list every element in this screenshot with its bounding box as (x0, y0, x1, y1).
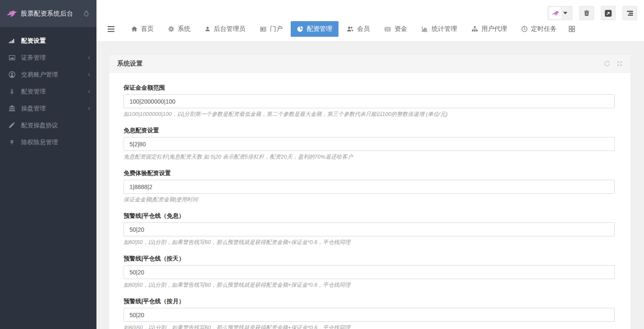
field-help: 免息配资固定杠杆|免息配资天数 如 5|20 表示配资5倍杠杆，配资20天，盈利… (124, 154, 615, 160)
nav-tab-funds[interactable]: 资金 (378, 21, 413, 37)
nav-tab-portal[interactable]: 门户 (253, 21, 289, 37)
apps-grid-icon (569, 26, 575, 32)
sidebar-item-label: 配资操盘协议 (21, 121, 58, 129)
card-title: 系统设置 (117, 60, 143, 68)
user-circle-icon (8, 71, 16, 78)
members-icon (347, 26, 354, 32)
sidebar-item-label: 配资设置 (21, 37, 46, 45)
chevron-left-icon: ‹ (88, 105, 90, 112)
form-group-warnline-monthly: 预警线|平仓线（按月） 如60|50，以|分割，如果警告线写60，那么预警线就是… (124, 298, 615, 329)
admin-user-icon (205, 26, 210, 32)
nav-tab-home[interactable]: 首页 (125, 21, 160, 37)
hamburger-menu-icon[interactable] (107, 26, 115, 32)
form-group-warnline-interest-free: 预警线|平仓线（免息） 如60|50，以|分割，如果警告线写60，那么预警线就是… (124, 213, 615, 245)
topbar: 首页 系统 后台管理员 门户 (96, 0, 644, 41)
form-group-warnline-daily: 预警线|平仓线（按天） 如60|50，以|分割，如果警告线写60，那么预警线就是… (124, 255, 615, 288)
chevron-left-icon: ‹ (88, 88, 90, 95)
form-group-free-trial: 免费体验配资设置 保证金金额|配资金额|使用时间 (124, 170, 615, 203)
interest-free-input[interactable] (124, 137, 615, 151)
nav-tab-statistics[interactable]: 统计管理 (415, 21, 463, 37)
free-trial-input[interactable] (124, 180, 615, 194)
area-chart-icon (8, 55, 16, 61)
nav-tab-label: 配资管理 (307, 25, 332, 33)
sidebar-item-label: 证券管理 (21, 54, 46, 62)
sidebar-item-dividend-manage[interactable]: 除权除息管理 (0, 134, 96, 151)
nav-apps-grid[interactable] (564, 21, 579, 37)
field-help: 如60|50，以|分割，如果警告线写60，那么预警线就是获得配资金额+保证金*0… (124, 239, 615, 245)
more-menu-button[interactable] (622, 6, 637, 20)
expand-icon[interactable] (616, 60, 623, 67)
sidebar-header: 股票配资系统后台 (0, 0, 96, 27)
leaf-icon (8, 139, 16, 145)
field-help: 如100|1000000|100，以|分割第一个参数是配资最低金额，第二个参数是… (124, 111, 615, 117)
app-logo-icon (6, 8, 17, 19)
warnline-daily-input[interactable] (124, 265, 615, 279)
thermometer-icon (8, 88, 16, 95)
nav-tab-admins[interactable]: 后台管理员 (198, 21, 252, 37)
sidebar-item-caopan-manage[interactable]: 操盘管理 ‹ (0, 100, 96, 117)
nav-tab-peizi-manage[interactable]: 配资管理 (291, 21, 339, 37)
card-header: 系统设置 (109, 55, 630, 73)
sidebar: 股票配资系统后台 配资设置 证券管理 ‹ 交易账户管理 ‹ (0, 0, 96, 329)
chevron-left-icon: ‹ (88, 71, 90, 78)
bank-icon (8, 105, 16, 112)
nav-tab-label: 系统 (178, 25, 190, 33)
theme-logo-icon (549, 7, 561, 19)
open-frontend-button[interactable] (601, 6, 616, 20)
field-label: 免息配资设置 (124, 127, 615, 133)
external-link-icon (605, 10, 612, 17)
app-title: 股票配资系统后台 (21, 10, 83, 18)
trash-icon (583, 10, 590, 16)
pie-chart-icon (297, 26, 303, 32)
nav-tab-label: 首页 (141, 25, 154, 33)
nav-tab-scheduled-tasks[interactable]: 定时任务 (515, 21, 563, 37)
card-tools (604, 60, 623, 67)
sidebar-item-trade-accounts[interactable]: 交易账户管理 ‹ (0, 66, 96, 83)
content-area: 系统设置 保证金金额范围 如100|1000000|100，以|分割第一个参数是… (96, 41, 644, 329)
settings-form: 保证金金额范围 如100|1000000|100，以|分割第一个参数是配资最低金… (109, 73, 630, 329)
system-settings-card: 系统设置 保证金金额范围 如100|1000000|100，以|分割第一个参数是… (109, 55, 630, 329)
field-help: 如60|50，以|分割，如果警告线写60，那么预警线就是获得配资金额+保证金*0… (124, 282, 615, 288)
warnline-monthly-input[interactable] (124, 308, 615, 322)
nav-tab-members[interactable]: 会员 (340, 21, 376, 37)
sidebar-item-label: 操盘管理 (21, 104, 46, 112)
nav-tab-label: 门户 (270, 25, 283, 33)
caret-down-icon (561, 12, 570, 15)
field-help: 保证金金额|配资金额|使用时间 (124, 197, 615, 203)
funds-icon (384, 26, 391, 32)
theme-dropdown-button[interactable] (548, 6, 572, 20)
clear-cache-button[interactable] (579, 6, 594, 20)
sidebar-item-peizi-manage[interactable]: 配资管理 ‹ (0, 83, 96, 100)
nav-tab-system[interactable]: 系统 (162, 21, 197, 37)
nav-tab-label: 统计管理 (432, 25, 457, 33)
sidebar-item-label: 除权除息管理 (21, 138, 58, 146)
field-label: 预警线|平仓线（免息） (124, 213, 615, 219)
refresh-icon[interactable] (604, 60, 610, 67)
sidebar-menu: 配资设置 证券管理 ‹ 交易账户管理 ‹ 配资管理 ‹ (0, 27, 96, 151)
signal-bars-icon (8, 38, 16, 44)
sidebar-item-peizi-settings[interactable]: 配资设置 (0, 32, 96, 49)
nav-tab-label: 后台管理员 (214, 25, 245, 33)
droplet-icon[interactable] (83, 10, 90, 17)
sidebar-item-label: 交易账户管理 (21, 71, 58, 79)
portal-icon (260, 26, 267, 32)
nav-tab-label: 用户代理 (482, 25, 507, 33)
topbar-actions (548, 6, 637, 20)
gear-icon (168, 26, 174, 32)
home-icon (131, 26, 138, 32)
nav-tab-label: 定时任务 (531, 25, 556, 33)
chevron-left-icon: ‹ (88, 54, 90, 61)
sidebar-item-securities[interactable]: 证券管理 ‹ (0, 49, 96, 66)
form-group-interest-free: 免息配资设置 免息配资固定杠杆|免息配资天数 如 5|20 表示配资5倍杠杆，配… (124, 127, 615, 160)
margin-range-input[interactable] (124, 94, 615, 108)
nav-tab-user-agents[interactable]: 用户代理 (465, 21, 513, 37)
warnline-interest-free-input[interactable] (124, 222, 615, 236)
sidebar-item-label: 配资管理 (21, 88, 46, 96)
field-label: 预警线|平仓线（按月） (124, 298, 615, 304)
sidebar-item-peizi-agreement[interactable]: 配资操盘协议 (0, 117, 96, 134)
main-area: 首页 系统 后台管理员 门户 (96, 0, 644, 329)
list-lines-icon (627, 11, 633, 16)
nav-tab-label: 资金 (394, 25, 407, 33)
sitemap-icon (471, 26, 478, 32)
stats-bars-icon (421, 26, 428, 32)
